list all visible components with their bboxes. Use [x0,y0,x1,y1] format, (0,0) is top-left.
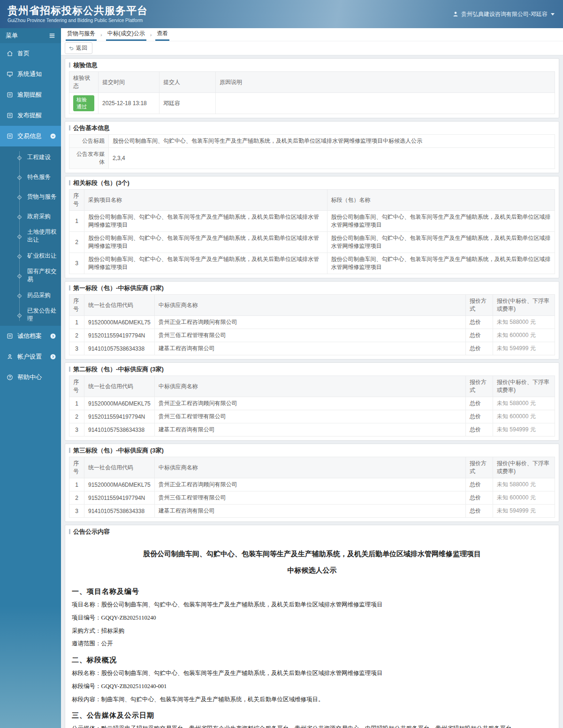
sidebar-subitem-gov-procurement[interactable]: 政府采购 [0,207,61,226]
bid-section-2-title: 第二标段（包）-中标供应商 (3家) [65,363,559,375]
title-bar-marker [69,125,70,130]
sidebar-item-label: 逾期提醒 [17,91,42,99]
bid-section-1-table: 序号 统一社会信用代码 中标供应商名称 报价方式 报价(中标价、下浮率或费率) … [69,294,555,355]
sidebar-menu-header: 菜单 [0,28,61,43]
bid-section-3-panel: 第三标段（包）-中标供应商 (3家) 序号 统一社会信用代码 中标供应商名称 报… [65,444,559,522]
title-bar-marker [69,367,70,372]
submit-time: 2025-12-18 13:18 [99,93,160,114]
sidebar-item-label: 交易信息 [17,132,42,140]
table-row: 2 91520115594197794N 贵州三佰工程管理有限公司 总价 未知 … [69,410,555,423]
menu-label: 菜单 [6,31,18,40]
sidebar-item-label: 诚信档案 [17,332,42,340]
title-bar-marker [69,448,70,453]
toolbar: 返回 [61,41,563,55]
sidebar-subitem-mining-rights[interactable]: 矿业权出让 [0,246,61,266]
sidebar-item-home[interactable]: 首页 [0,43,61,64]
col-verify-status: 核验状态 [69,72,99,93]
sidebar-item-notifications[interactable]: 系统通知 [0,64,61,84]
basic-info-table: 公告标题 股份公司制曲车间、勾贮中心、包装车间等生产及生产辅助系统，及机关后勤单… [69,134,555,169]
section-number-line: 标段编号：GQQY-ZB2025110240-001 [72,682,552,691]
table-row: 1 91520000MA6DMEKL75 贵州正业工程咨询顾问有限公司 总价 未… [69,316,555,329]
table-row: 3 914101057538634338 建基工程咨询有限公司 总价 未知 59… [69,505,555,518]
app-subtitle: GuiZhou Province Tendering and Bidding P… [8,18,148,23]
home-icon [7,50,13,57]
col-index: 序号 [69,190,84,211]
bid-section-1-title: 第一标段（包）-中标供应商 (3家) [65,282,559,294]
col-submit-time: 提交时间 [99,72,160,93]
breadcrumb-award-publicity[interactable]: 中标(成交)公示 [106,28,146,41]
table-row: 2 股份公司制曲车间、勾贮中心、包装车间等生产及生产辅助系统，及机关后勤单位区域… [69,232,555,253]
doc-section1-heading: 一、项目名称及编号 [72,587,552,596]
project-name-line: 项目名称：股份公司制曲车间、勾贮中心、包装车间等生产及生产辅助系统，及机关后勤单… [72,600,552,609]
basic-info-title: 公告基本信息 [65,122,559,134]
sidebar-item-account-settings[interactable]: 帐户设置 [0,346,61,367]
app-header: 贵州省招标投标公共服务平台 GuiZhou Province Tendering… [0,0,563,28]
table-row: 2 91520115594197794N 贵州三佰工程管理有限公司 总价 未知 … [69,491,555,505]
breadcrumb-separator: › [146,30,156,41]
title-bar-marker [69,180,70,185]
breadcrumb-view[interactable]: 查看 [155,28,169,41]
section-content-line: 标段内容：制曲车间、勾贮中心、包装车间等生产及生产辅助系统，机关后勤单位区域维修… [72,695,552,704]
bid-section-3-title: 第三标段（包）-中标供应商 (3家) [65,444,559,457]
sidebar-item-label: 系统通知 [17,70,42,78]
sidebar-subitem-engineering[interactable]: 工程建设 [0,147,61,167]
submitter: 邓廷容 [160,93,216,114]
chevron-right-circle-icon [50,353,56,360]
col-project-name: 采购项目名称 [84,190,327,211]
announcement-content-title: 公告公示内容 [65,525,559,538]
sidebar-subitem-goods-services[interactable]: 货物与服务 [0,187,61,207]
user-menu[interactable]: 贵州弘典建设咨询有限公司-邓廷容 [452,10,555,18]
document-icon [7,333,13,339]
col-section-name: 标段（包）名称 [327,190,555,211]
verify-table: 核验状态 提交时间 提交人 原因说明 核验通过 2025-12-18 13:18… [69,71,555,114]
sidebar-item-label: 首页 [17,49,30,58]
back-button[interactable]: 返回 [65,42,92,54]
related-sections-panel: 相关标段（包）(3个) 序号 采购项目名称 标段（包）名称 1 股份公司制曲车间… [65,176,559,278]
sidebar-item-trade-info[interactable]: 交易信息 [0,126,61,146]
table-row: 3 股份公司制曲车间、勾贮中心、包装车间等生产及生产辅助系统，及机关后勤单位区域… [69,253,555,274]
document-icon [7,133,13,139]
title-bar-marker [69,529,70,534]
col-reason: 原因说明 [216,72,555,93]
breadcrumb-separator: › [97,30,106,41]
procurement-method-line: 采购方式：招标采购 [72,627,552,636]
invitation-scope-line: 邀请范围：公开 [72,639,552,648]
table-row: 3 914101057538634338 建基工程咨询有限公司 总价 未知 59… [69,342,555,355]
table-row: 核验通过 2025-12-18 13:18 邓廷容 [69,93,555,114]
sidebar-subitem-land-use[interactable]: 土地使用权出让 [0,226,61,246]
basic-info-panel: 公告基本信息 公告标题 股份公司制曲车间、勾贮中心、包装车间等生产及生产辅助系统… [65,121,559,173]
table-row: 1 91520000MA6DMEKL75 贵州正业工程咨询顾问有限公司 总价 未… [69,478,555,491]
table-row: 3 914101057538634338 建基工程咨询有限公司 总价 未知 59… [69,423,555,437]
person-icon [7,353,13,360]
bid-section-3-table: 序号 统一社会信用代码 中标供应商名称 报价方式 报价(中标价、下浮率或费率) … [69,457,555,518]
announcement-document: 股份公司制曲车间、勾贮中心、包装车间等生产及生产辅助系统，及机关后勤单位区域排水… [65,538,559,728]
sidebar-subitem-drug-procurement[interactable]: 药品采购 [0,285,61,305]
breadcrumb: 货物与服务 › 中标(成交)公示 › 查看 [61,28,563,41]
bid-section-1-panel: 第一标段（包）-中标供应商 (3家) 序号 统一社会信用代码 中标供应商名称 报… [65,281,559,360]
table-row: 2 91520115594197794N 贵州三佰工程管理有限公司 总价 未知 … [69,329,555,342]
sidebar: 菜单 首页 系统通知 逾期提醒 [0,28,61,728]
chevron-down-icon [551,13,555,15]
bid-section-2-panel: 第二标段（包）-中标供应商 (3家) 序号 统一社会信用代码 中标供应商名称 报… [65,362,559,441]
user-name: 贵州弘典建设咨询有限公司-邓廷容 [461,10,548,18]
sidebar-item-help-center[interactable]: 帮助中心 [0,367,61,388]
sidebar-item-credit-archive[interactable]: 诚信档案 [0,326,61,346]
user-icon [452,11,459,17]
sidebar-subitem-special-service[interactable]: 特色服务 [0,167,61,187]
related-sections-table: 序号 采购项目名称 标段（包）名称 1 股份公司制曲车间、勾贮中心、包装车间等生… [69,189,555,274]
breadcrumb-goods-services[interactable]: 货物与服务 [66,28,97,41]
sidebar-subitem-state-property[interactable]: 国有产权交易 [0,266,61,285]
sidebar-subitem-published-notices[interactable]: 已发公告处理 [0,305,61,325]
doc-title-line2: 中标候选人公示 [72,566,552,575]
sidebar-item-overdue-reminder[interactable]: 逾期提醒 [0,84,61,105]
app-title: 贵州省招标投标公共服务平台 [8,5,148,16]
sidebar-item-publish-reminder[interactable]: 发布提醒 [0,105,61,126]
table-row: 公告发布媒体 2,3,4 [69,148,555,169]
table-row: 公告标题 股份公司制曲车间、勾贮中心、包装车间等生产及生产辅助系统，及机关后勤单… [69,135,555,148]
related-sections-title: 相关标段（包）(3个) [65,176,559,189]
hamburger-icon[interactable] [49,32,55,39]
monitor-icon [7,71,13,77]
section-name-line: 标段名称：股份公司制曲车间、勾贮中心、包装车间等生产及生产辅助系统，及机关后勤单… [72,669,552,678]
doc-section2-heading: 二、标段概况 [72,656,552,665]
reason [216,93,555,114]
